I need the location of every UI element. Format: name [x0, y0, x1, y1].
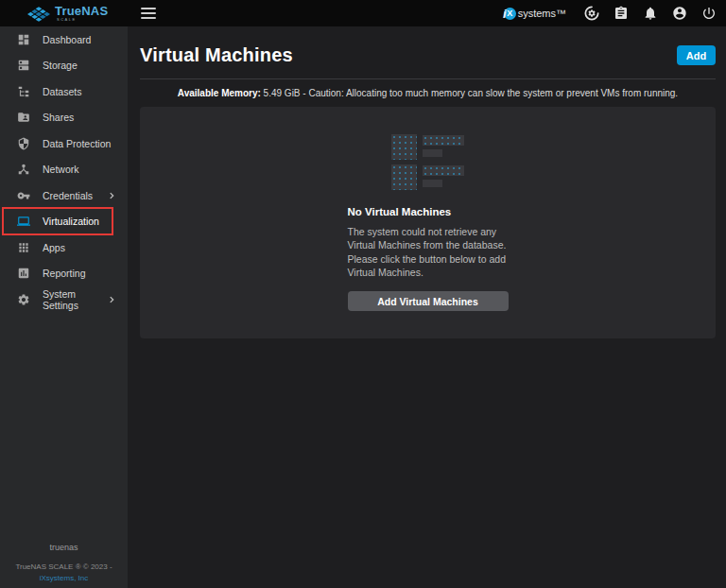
- sidebar-item-label: Network: [43, 164, 79, 175]
- placeholder-illustration-icon: [391, 134, 464, 195]
- network-hub-icon: [17, 163, 30, 176]
- truenas-diamond-icon: [27, 6, 50, 22]
- account-icon[interactable]: [672, 6, 687, 21]
- sidebar-item-credentials[interactable]: Credentials: [0, 182, 128, 209]
- sidebar-item-reporting[interactable]: Reporting: [0, 261, 128, 287]
- dataset-tree-icon: [17, 85, 30, 98]
- alerts-bell-icon[interactable]: [643, 6, 658, 21]
- sidebar-item-label: Data Protection: [43, 138, 111, 149]
- add-virtual-machines-button[interactable]: Add Virtual Machines: [348, 291, 509, 311]
- sidebar-item-label: Datasets: [43, 86, 81, 97]
- page-title: Virtual Machines: [140, 44, 293, 66]
- sidebar-item-system-settings[interactable]: System Settings: [0, 286, 128, 313]
- empty-state-title: No Virtual Machines: [348, 206, 509, 217]
- sidebar: Dashboard Storage Datasets: [0, 26, 128, 588]
- sidebar-item-label: Storage: [43, 60, 78, 71]
- menu-icon[interactable]: [141, 8, 156, 19]
- header-divider: [140, 78, 716, 79]
- sidebar-nav: Dashboard Storage Datasets: [0, 26, 128, 313]
- ix-text: systems™: [518, 8, 566, 19]
- memory-notice-label: Available Memory:: [178, 88, 261, 98]
- sidebar-item-virtualization[interactable]: Virtualization: [0, 209, 128, 235]
- truecommand-icon[interactable]: [584, 6, 599, 21]
- logo-text: TrueNAS SCALE: [55, 5, 108, 22]
- sidebar-item-label: System Settings: [43, 288, 107, 311]
- sidebar-item-storage[interactable]: Storage: [0, 53, 128, 79]
- ix-i: i: [503, 7, 507, 21]
- empty-state-card: No Virtual Machines The system could not…: [140, 107, 716, 338]
- sidebar-item-shares[interactable]: Shares: [0, 105, 128, 131]
- sidebar-item-apps[interactable]: Apps: [0, 234, 128, 261]
- main-content: Virtual Machines Add Available Memory: 5…: [128, 26, 726, 588]
- sidebar-footer: truenas TrueNAS SCALE ® © 2023 - iXsyste…: [0, 543, 128, 582]
- sidebar-item-label: Apps: [43, 242, 65, 253]
- jobs-clipboard-icon[interactable]: [614, 6, 629, 21]
- chevron-right-icon: [107, 191, 116, 200]
- topbar-actions: i X systems™: [503, 6, 726, 21]
- brand-name: TrueNAS: [55, 5, 108, 17]
- storage-icon: [17, 59, 30, 72]
- hostname: truenas: [0, 543, 128, 552]
- add-button[interactable]: Add: [677, 45, 716, 65]
- sidebar-item-label: Credentials: [43, 190, 93, 201]
- sidebar-item-label: Shares: [43, 112, 74, 123]
- memory-notice: Available Memory: 5.49 GiB - Caution: Al…: [140, 88, 716, 98]
- copyright: TrueNAS SCALE ® © 2023 -: [0, 562, 128, 571]
- sidebar-item-label: Dashboard: [43, 34, 91, 45]
- bar-chart-icon: [17, 267, 30, 280]
- empty-state-message: The system could not retrieve any Virtua…: [348, 225, 509, 280]
- sidebar-item-label: Reporting: [43, 268, 86, 279]
- sidebar-item-data-protection[interactable]: Data Protection: [0, 130, 128, 157]
- memory-notice-text: 5.49 GiB - Caution: Allocating too much …: [261, 88, 678, 98]
- apps-grid-icon: [17, 241, 30, 254]
- sidebar-item-label: Virtualization: [43, 216, 99, 227]
- shield-icon: [17, 137, 30, 150]
- chevron-right-icon: [107, 295, 116, 304]
- sidebar-item-dashboard[interactable]: Dashboard: [0, 26, 128, 53]
- key-icon: [17, 189, 30, 202]
- ixsystems-logo: i X systems™: [503, 7, 566, 21]
- sidebar-item-network[interactable]: Network: [0, 157, 128, 183]
- power-icon[interactable]: [701, 6, 717, 21]
- gear-icon: [17, 293, 30, 306]
- folder-shared-icon: [17, 111, 30, 124]
- page-header: Virtual Machines Add: [140, 44, 716, 66]
- dashboard-icon: [17, 33, 30, 46]
- laptop-icon: [17, 215, 30, 228]
- sidebar-item-datasets[interactable]: Datasets: [0, 78, 128, 105]
- truenas-logo[interactable]: TrueNAS SCALE: [0, 5, 128, 22]
- brand-edition: SCALE: [57, 18, 108, 22]
- truenas-app: TrueNAS SCALE i X systems™: [0, 0, 726, 588]
- ixsystems-link[interactable]: iXsystems, Inc: [0, 574, 128, 582]
- top-bar: TrueNAS SCALE i X systems™: [0, 0, 726, 26]
